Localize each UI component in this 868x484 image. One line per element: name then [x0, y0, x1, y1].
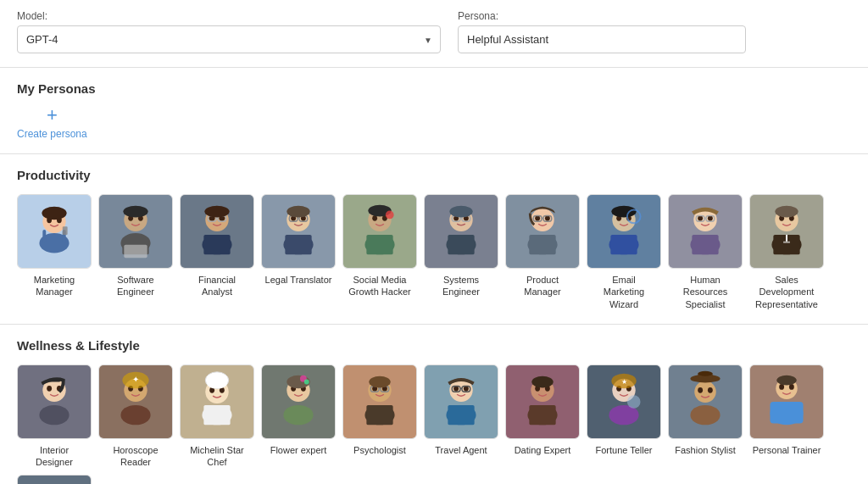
persona-name-label: Product Manager	[524, 274, 560, 298]
persona-name-label: Legal Translator	[265, 274, 332, 286]
svg-point-155	[690, 405, 720, 425]
svg-point-44	[386, 211, 394, 220]
list-item[interactable]: Interior Designer	[17, 364, 92, 469]
list-item[interactable]: Systems Engineer	[424, 194, 498, 310]
top-row: Model: GPT-4 GPT-3.5 Claude Gemini ▼ Per…	[17, 10, 851, 53]
avatar: ✦	[98, 364, 173, 439]
section-productivity: Productivity Marketing Manager Software …	[0, 154, 868, 325]
list-item[interactable]: Travel Agent	[424, 364, 498, 469]
create-persona-button[interactable]: + Create persona	[17, 106, 87, 140]
persona-field-group: Persona:	[458, 10, 746, 53]
avatar	[749, 364, 824, 439]
persona-label: Persona:	[458, 10, 746, 22]
svg-point-152	[627, 395, 641, 409]
svg-text:★: ★	[621, 377, 627, 385]
list-item[interactable]: Email Marketing Wizard	[587, 194, 661, 310]
svg-point-98	[120, 405, 150, 425]
list-item[interactable]: Flower expert	[261, 364, 336, 469]
avatar	[261, 364, 336, 439]
avatar	[180, 364, 254, 439]
persona-name-label: Financial Analyst	[198, 274, 236, 298]
svg-rect-58	[529, 235, 555, 254]
svg-rect-48	[448, 235, 474, 254]
svg-rect-3	[42, 230, 46, 243]
svg-rect-89	[783, 242, 790, 243]
list-item[interactable]: Dr Andrew Huberman	[17, 475, 92, 484]
list-item[interactable]: Legal Translator	[261, 194, 336, 310]
avatar	[505, 364, 580, 439]
svg-point-113	[283, 405, 313, 425]
persona-name-label: Human Resources Specialist	[683, 274, 728, 310]
avatar	[424, 194, 498, 269]
persona-name-label: Psychologist	[353, 444, 406, 456]
avatar	[505, 194, 580, 269]
avatar	[17, 194, 92, 269]
svg-point-157	[708, 387, 713, 393]
svg-rect-67	[610, 235, 637, 254]
avatar	[424, 364, 498, 439]
persona-name-label: Travel Agent	[435, 444, 487, 456]
svg-rect-8	[63, 226, 68, 235]
persona-name-label: Software Engineer	[117, 274, 154, 298]
persona-name-label: Personal Trainer	[753, 444, 821, 456]
svg-rect-106	[203, 405, 230, 425]
create-persona-label: Create persona	[17, 128, 87, 140]
svg-point-93	[47, 386, 52, 392]
list-item[interactable]: Personal Trainer	[749, 364, 824, 469]
persona-name-label: Marketing Manager	[34, 274, 75, 298]
svg-point-92	[39, 405, 69, 425]
svg-point-70	[611, 206, 636, 218]
avatar	[180, 194, 254, 269]
list-item[interactable]: Sales Development Representative	[749, 194, 824, 310]
persona-name-label: Fashion Stylist	[675, 444, 736, 456]
list-item[interactable]: Dating Expert	[505, 364, 580, 469]
svg-rect-132	[448, 405, 474, 425]
avatar	[261, 194, 336, 269]
plus-icon: +	[47, 106, 58, 125]
list-item[interactable]: Product Manager	[505, 194, 580, 310]
persona-grid-wellness: Interior Designer ✦ Horoscope Reader Mic…	[17, 364, 851, 484]
model-select[interactable]: GPT-4 GPT-3.5 Claude Gemini	[17, 25, 441, 53]
svg-point-118	[304, 380, 309, 385]
list-item[interactable]: Marketing Manager	[17, 194, 92, 310]
sections-container: Productivity Marketing Manager Software …	[0, 154, 868, 484]
model-field-group: Model: GPT-4 GPT-3.5 Claude Gemini ▼	[17, 10, 441, 53]
persona-name-label: Michelin Star Chef	[190, 444, 244, 469]
svg-point-54	[449, 206, 472, 218]
avatar	[342, 194, 417, 269]
persona-name-label: Systems Engineer	[442, 274, 480, 298]
svg-point-154	[694, 381, 715, 402]
list-item[interactable]: Financial Analyst	[180, 194, 254, 310]
list-item[interactable]: Michelin Star Chef	[180, 364, 254, 469]
svg-point-167	[776, 376, 796, 386]
svg-point-7	[42, 207, 66, 220]
svg-point-144	[531, 376, 553, 388]
list-item[interactable]: ✦ Horoscope Reader	[98, 364, 173, 469]
my-personas-title: My Personas	[17, 81, 851, 96]
svg-rect-168	[18, 476, 91, 484]
persona-name-label: Social Media Growth Hacker	[348, 274, 410, 298]
avatar	[668, 194, 743, 269]
svg-rect-30	[285, 235, 311, 254]
avatar	[342, 364, 417, 439]
list-item[interactable]: ★ Fortune Teller	[587, 364, 661, 469]
svg-rect-16	[124, 245, 147, 259]
top-bar: Model: GPT-4 GPT-3.5 Claude Gemini ▼ Per…	[0, 0, 868, 68]
persona-name-label: Horoscope Reader	[113, 444, 158, 469]
svg-rect-40	[366, 235, 392, 254]
avatar	[587, 194, 661, 269]
svg-rect-75	[692, 235, 718, 254]
persona-grid-productivity: Marketing Manager Software Engineer Fina…	[17, 194, 851, 310]
list-item[interactable]: Fashion Stylist	[668, 364, 743, 469]
svg-rect-95	[47, 379, 61, 382]
model-label: Model:	[17, 10, 441, 22]
avatar: ★	[587, 364, 661, 439]
svg-point-160	[698, 371, 713, 376]
svg-point-15	[123, 206, 147, 218]
list-item[interactable]: Social Media Growth Hacker	[342, 194, 417, 310]
svg-point-36	[287, 206, 309, 218]
list-item[interactable]: Software Engineer	[98, 194, 173, 310]
list-item[interactable]: Psychologist	[342, 364, 417, 469]
persona-input[interactable]	[458, 25, 746, 53]
list-item[interactable]: Human Resources Specialist	[668, 194, 743, 310]
